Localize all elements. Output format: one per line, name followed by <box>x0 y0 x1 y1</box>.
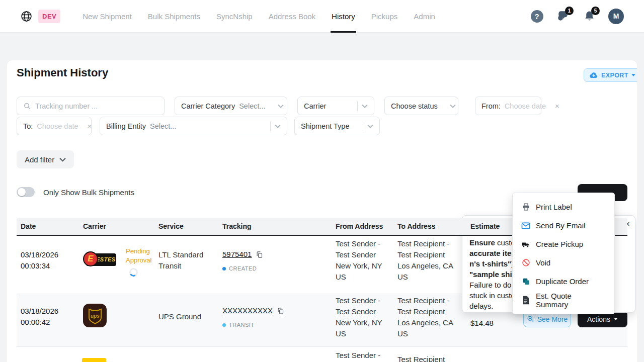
to-date-placeholder: Choose date <box>37 122 78 130</box>
status-placeholder: Choose status <box>391 102 438 110</box>
tracking-number-input[interactable] <box>35 102 158 110</box>
nav-new-shipment[interactable]: New Shipment <box>74 0 140 33</box>
chevron-down-icon <box>362 104 368 108</box>
top-navigation-bar: DEV New Shipment Bulk Shipments SyncNshi… <box>0 0 644 33</box>
user-avatar[interactable]: M <box>608 9 624 24</box>
printer-icon <box>521 203 530 211</box>
clear-to-date-icon[interactable]: × <box>87 122 93 130</box>
carrier-logo-estes: ESTES E <box>83 249 116 269</box>
from-address: Test Sender -Test Sender New York, NYUS <box>336 295 382 339</box>
chevron-down-icon <box>367 124 373 128</box>
zoom-in-icon <box>527 315 534 323</box>
billing-entity-select[interactable]: Billing Entity Select... <box>100 117 287 135</box>
clear-from-date-icon[interactable]: × <box>554 102 560 110</box>
nav-syncnship[interactable]: SyncNship <box>208 0 261 33</box>
column-to-address: To Address <box>397 218 435 235</box>
carrier-select[interactable]: Carrier <box>297 97 374 115</box>
actions-dropdown-menu: Print Label Send By Email Create Pick <box>512 193 615 314</box>
only-bulk-shipments-label: Only Show Bulk Shipments <box>43 188 134 197</box>
nav-bulk-shipments[interactable]: Bulk Shipments <box>140 0 208 33</box>
nav-address-book[interactable]: Address Book <box>261 0 324 33</box>
service-name: UPS Ground <box>158 311 201 322</box>
add-filter-button[interactable]: Add filter <box>17 150 74 168</box>
export-button[interactable]: EXPORT <box>584 68 637 82</box>
divider <box>270 121 271 131</box>
table-row[interactable]: Test Sender - Test Recipient <box>17 347 627 362</box>
page-title: Shipment History <box>17 66 108 79</box>
chevron-down-icon <box>278 104 284 108</box>
nav-pickups[interactable]: Pickups <box>363 0 406 33</box>
nav-history[interactable]: History <box>324 0 363 33</box>
screen: DEV New Shipment Bulk Shipments SyncNshi… <box>0 0 644 362</box>
column-estimate: Estimate <box>470 218 500 235</box>
shipment-type-select[interactable]: Shipment Type <box>294 117 380 135</box>
copy-icon[interactable] <box>256 251 263 258</box>
tracking-number-filter[interactable] <box>17 97 165 115</box>
tracking-cell: 5975401 CREATED <box>222 249 263 274</box>
pending-approval-status: Pending Approval <box>126 247 162 265</box>
tracking-number-link[interactable]: 5975401 <box>222 249 252 260</box>
from-date-filter[interactable]: From: Choose date × <box>475 97 541 115</box>
menu-item-send-by-email[interactable]: Send By Email <box>513 216 614 235</box>
nav-admin[interactable]: Admin <box>406 0 443 33</box>
messages-count-badge: 1 <box>565 7 574 15</box>
add-filter-label: Add filter <box>25 155 54 164</box>
app-logo-globe-icon[interactable] <box>20 10 33 23</box>
from-address: Test Sender -Test Sender New York, NYUS <box>336 238 382 283</box>
main-nav: New Shipment Bulk Shipments SyncNship Ad… <box>74 0 443 33</box>
chevron-down-icon <box>631 74 635 76</box>
notifications-button[interactable]: 5 <box>582 9 596 23</box>
column-carrier: Carrier <box>83 218 106 235</box>
carrier-label: Carrier <box>304 102 326 110</box>
estimate-price: $14.48 <box>470 318 494 329</box>
column-from-address: From Address <box>336 218 383 235</box>
tracking-number-link[interactable]: XXXXXXXXXX <box>222 305 273 316</box>
status-dot-created <box>222 267 226 270</box>
billing-entity-value: Select... <box>150 122 176 130</box>
envelope-icon <box>521 222 530 230</box>
shipment-type-label: Shipment Type <box>301 122 349 130</box>
status-select[interactable]: Choose status <box>384 97 458 115</box>
to-date-label: To: <box>23 122 33 130</box>
tracking-cell: XXXXXXXXXX TRANSIT <box>222 305 284 330</box>
search-icon <box>23 102 31 110</box>
divider <box>363 121 363 131</box>
truck-icon <box>521 240 530 248</box>
shipment-status: CREATED <box>222 263 263 274</box>
column-tracking: Tracking <box>222 218 252 235</box>
chevron-down-icon <box>59 157 66 162</box>
menu-item-print-label[interactable]: Print Label <box>513 198 614 216</box>
menu-item-est-quote-summary[interactable]: Est. Quote Summary <box>513 291 614 309</box>
column-service: Service <box>158 218 184 235</box>
question-mark-icon: ? <box>531 10 543 23</box>
billing-entity-label: Billing Entity <box>106 122 146 130</box>
svg-text:ups: ups <box>91 313 100 319</box>
from-address: Test Sender - <box>336 350 380 361</box>
to-address: Test Recipient -Test Recipient Los Angel… <box>397 295 453 339</box>
copy-icon[interactable] <box>277 307 284 315</box>
from-date-label: From: <box>481 102 501 110</box>
toggle-knob <box>18 188 26 196</box>
to-date-filter[interactable]: To: Choose date × <box>17 117 92 135</box>
bulk-shipments-toggle-row: Only Show Bulk Shipments <box>17 187 134 197</box>
cloud-download-icon <box>589 71 598 79</box>
chevron-down-icon <box>275 124 281 128</box>
void-icon <box>521 258 530 267</box>
to-address: Test Recipient -Test Recipient Los Angel… <box>397 238 453 283</box>
only-bulk-shipments-toggle[interactable] <box>17 187 35 197</box>
carrier-category-select[interactable]: Carrier Category Select... <box>175 97 287 115</box>
help-button[interactable]: ? <box>530 9 544 23</box>
shipment-history-panel: Shipment History EXPORT Carrier Category… <box>7 60 637 362</box>
menu-item-void[interactable]: Void <box>513 253 614 272</box>
divider <box>357 101 358 111</box>
loading-spinner-icon <box>128 267 139 278</box>
messages-button[interactable]: 1 <box>556 9 570 23</box>
duplicate-icon <box>521 277 530 286</box>
notifications-count-badge: 5 <box>591 7 600 15</box>
topbar-actions: ? 1 5 M <box>530 9 624 24</box>
menu-item-create-pickup[interactable]: Create Pickup <box>513 235 614 253</box>
document-icon <box>521 296 530 305</box>
chevron-down-icon <box>614 318 618 320</box>
export-label: EXPORT <box>601 72 628 79</box>
menu-item-duplicate-order[interactable]: Duplicate Order <box>513 272 614 291</box>
